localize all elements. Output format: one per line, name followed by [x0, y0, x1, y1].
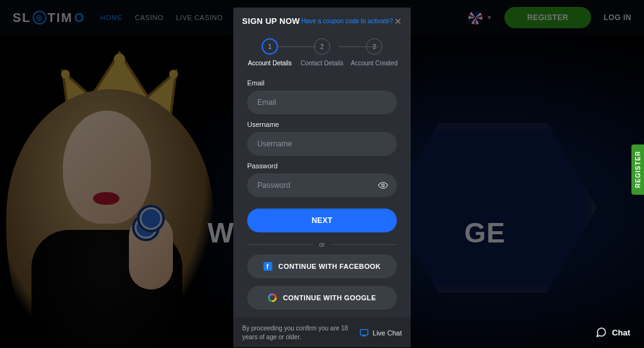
show-password-icon[interactable]	[378, 180, 388, 190]
close-icon[interactable]: ✕	[394, 17, 402, 26]
chat-widget[interactable]: Chat	[596, 327, 630, 338]
step-indicator: 1 Account Details 2 Contact Details 3 Ac…	[233, 32, 411, 68]
step-3-label: Account Created	[351, 60, 398, 67]
username-label: Username	[247, 121, 397, 128]
coupon-link[interactable]: Have a coupon code to activate?	[301, 18, 393, 24]
google-button-label: CONTINUE WITH GOOGLE	[283, 294, 376, 302]
facebook-button-label: CONTINUE WITH FACEBOOK	[279, 263, 381, 270]
svg-rect-4	[360, 329, 368, 335]
email-field[interactable]	[247, 90, 397, 114]
chat-widget-label: Chat	[612, 328, 630, 337]
live-chat-link[interactable]: Live Chat	[359, 328, 402, 338]
svg-point-3	[382, 184, 384, 187]
password-label: Password	[247, 162, 397, 170]
step-1: 1 Account Details	[245, 38, 295, 67]
step-2: 2 Contact Details	[297, 38, 347, 67]
step-1-circle: 1	[262, 38, 278, 55]
live-chat-label: Live Chat	[373, 329, 402, 337]
signup-form: Email Username Password NEXT or f CONTIN…	[233, 68, 411, 317]
age-disclaimer: By proceeding you confirm you are 18 yea…	[242, 324, 353, 341]
modal-footer: By proceeding you confirm you are 18 yea…	[233, 317, 411, 347]
side-register-label: REGISTER	[635, 151, 641, 188]
modal-title: SIGN UP NOW	[242, 16, 300, 26]
step-3: 3 Account Created	[349, 38, 399, 67]
step-2-label: Contact Details	[301, 60, 343, 67]
password-field[interactable]	[247, 173, 397, 197]
google-icon	[268, 293, 277, 302]
facebook-icon: f	[264, 262, 272, 271]
continue-google-button[interactable]: CONTINUE WITH GOOGLE	[247, 286, 397, 310]
email-label: Email	[247, 79, 397, 87]
step-1-label: Account Details	[248, 60, 291, 67]
next-button[interactable]: NEXT	[247, 209, 397, 232]
username-field[interactable]	[247, 132, 397, 156]
signup-modal: SIGN UP NOW Have a coupon code to activa…	[233, 8, 411, 343]
side-register-tab[interactable]: REGISTER	[631, 144, 644, 195]
or-divider: or	[247, 241, 397, 248]
continue-facebook-button[interactable]: f CONTINUE WITH FACEBOOK	[247, 254, 397, 278]
